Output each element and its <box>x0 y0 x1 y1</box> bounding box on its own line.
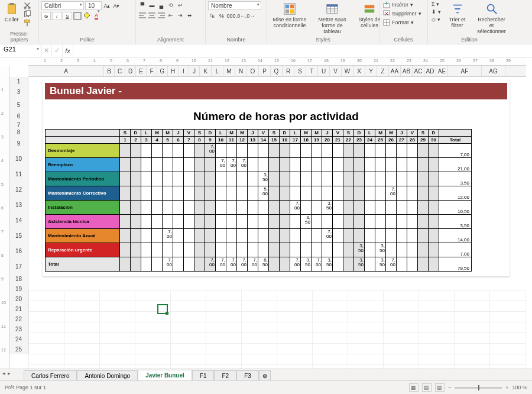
copy-icon[interactable] <box>23 10 31 18</box>
tab-nav-first-icon[interactable]: ◂ <box>2 370 5 376</box>
inc-decimal-icon[interactable]: .0← <box>236 12 245 20</box>
row-header[interactable]: 16 <box>9 243 28 259</box>
row-header[interactable]: 13 <box>9 197 28 212</box>
row-header[interactable]: 11 <box>9 166 28 182</box>
row-headers[interactable]: 135678910111213141516171819202122232425 <box>9 77 28 380</box>
col-header[interactable]: A <box>28 66 104 76</box>
currency-icon[interactable]: ₠ <box>208 12 216 20</box>
row-header[interactable]: 12 <box>9 182 28 197</box>
row-header[interactable]: 17 <box>9 259 28 274</box>
sheet-viewport[interactable]: Bunuel Javier - Número de horas por acti… <box>28 77 526 380</box>
row-header[interactable]: 18 <box>9 274 28 284</box>
col-header[interactable]: E <box>136 66 147 76</box>
col-header[interactable]: AA <box>389 66 401 76</box>
border-icon[interactable] <box>73 12 82 20</box>
row-header[interactable]: 15 <box>9 228 28 243</box>
align-middle-icon[interactable]: ▬ <box>148 1 156 9</box>
font-family-select[interactable]: Calibri <box>41 1 84 10</box>
align-left-icon[interactable] <box>138 11 147 20</box>
row-header[interactable]: 6 <box>9 111 28 121</box>
dec-decimal-icon[interactable]: .0→ <box>246 12 254 20</box>
sheet-tab[interactable]: Carlos Ferrero <box>24 370 77 381</box>
zoom-in-button[interactable]: + <box>505 385 508 390</box>
col-header[interactable]: O <box>247 66 259 76</box>
col-header[interactable]: AG <box>482 66 505 76</box>
col-header[interactable]: M <box>223 66 235 76</box>
tab-nav-prev-icon[interactable]: ▸ <box>8 370 11 376</box>
row-header[interactable]: 8 <box>9 128 28 135</box>
row-header[interactable]: 24 <box>9 334 28 344</box>
align-bottom-icon[interactable]: ▄ <box>157 1 166 9</box>
zoom-slider[interactable] <box>455 387 502 389</box>
col-header[interactable]: AF <box>448 66 482 76</box>
row-header[interactable]: 9 <box>9 135 28 151</box>
row-header[interactable]: 3 <box>9 85 28 98</box>
col-header[interactable]: R <box>283 66 294 76</box>
col-header[interactable]: Z <box>377 66 389 76</box>
col-header[interactable]: AC <box>413 66 424 76</box>
sort-filter-button[interactable]: Trier et filtrer <box>444 1 471 30</box>
col-header[interactable]: I <box>179 66 189 76</box>
col-header[interactable]: P <box>259 66 271 76</box>
name-box[interactable]: G21 <box>0 44 41 57</box>
find-select-button[interactable]: Rechercher et sélectionner <box>473 1 511 35</box>
bold-button[interactable]: G <box>41 12 51 20</box>
row-header[interactable]: 21 <box>9 304 28 314</box>
col-header[interactable]: Y <box>365 66 377 76</box>
wrap-text-icon[interactable]: ↩ <box>176 1 184 9</box>
paste-button[interactable]: Coller <box>2 1 21 24</box>
col-header[interactable]: G <box>157 66 168 76</box>
col-header[interactable]: X <box>353 66 365 76</box>
underline-button[interactable]: S <box>63 12 72 20</box>
font-size-select[interactable]: 10 <box>85 1 102 10</box>
sheet-tab[interactable]: F3 <box>236 370 259 381</box>
align-center-icon[interactable] <box>148 11 156 20</box>
view-normal-icon[interactable]: ▦ <box>409 383 419 392</box>
col-header[interactable]: T <box>306 66 318 76</box>
fill-color-icon[interactable] <box>83 12 91 20</box>
percent-icon[interactable]: % <box>218 12 226 20</box>
col-header[interactable]: S <box>294 66 306 76</box>
col-header[interactable]: W <box>342 66 353 76</box>
accept-formula-icon[interactable]: ✓ <box>52 44 63 57</box>
align-right-icon[interactable] <box>157 11 166 20</box>
col-header[interactable]: L <box>212 66 223 76</box>
format-painter-icon[interactable] <box>23 19 31 27</box>
view-pagebreak-icon[interactable]: ▧ <box>435 383 445 392</box>
col-header[interactable]: K <box>200 66 212 76</box>
format-button[interactable]: Format ▾ <box>382 19 423 26</box>
autosum-button[interactable]: Σ ▾ <box>430 1 442 7</box>
zoom-out-button[interactable]: − <box>448 385 451 390</box>
cancel-formula-icon[interactable]: ✕ <box>41 44 52 57</box>
align-top-icon[interactable]: ▀ <box>138 1 147 9</box>
sheet-tab[interactable]: Antonio Domingo <box>77 370 138 381</box>
delete-button[interactable]: Supprimer ▾ <box>382 10 423 17</box>
column-headers[interactable]: ABCDEFGHIJKLMNOPQRSTUVWXYZAAABACADAEAFAG <box>28 66 526 77</box>
row-header[interactable]: 23 <box>9 324 28 334</box>
view-layout-icon[interactable]: ▤ <box>422 383 432 392</box>
col-header[interactable]: B <box>104 66 115 76</box>
col-header[interactable]: Q <box>271 66 283 76</box>
orientation-icon[interactable]: ⟲ <box>167 1 175 9</box>
row-header[interactable]: 20 <box>9 294 28 304</box>
col-header[interactable]: F <box>147 66 157 76</box>
row-header[interactable]: 19 <box>9 284 28 294</box>
col-header[interactable]: J <box>189 66 200 76</box>
merge-icon[interactable]: ⬌ <box>186 11 194 20</box>
row-header[interactable]: 22 <box>9 314 28 324</box>
indent-inc-icon[interactable]: ⇥ <box>176 11 184 20</box>
row-header[interactable]: 1 <box>9 77 28 85</box>
row-header[interactable]: 10 <box>9 151 28 166</box>
sheet-tab[interactable]: F1 <box>192 370 215 381</box>
fx-icon[interactable]: fx <box>63 44 73 57</box>
row-header[interactable]: 5 <box>9 98 28 111</box>
insert-button[interactable]: Insérer ▾ <box>382 1 423 8</box>
formula-input[interactable] <box>73 44 532 57</box>
col-header[interactable]: AB <box>401 66 413 76</box>
thousands-icon[interactable]: 000 <box>227 12 235 20</box>
conditional-format-button[interactable]: Mise en forme conditionnelle <box>270 1 310 30</box>
col-header[interactable]: AE <box>436 66 448 76</box>
format-as-table-button[interactable]: Mettre sous forme de tableau <box>312 1 353 35</box>
italic-button[interactable]: I <box>52 12 61 20</box>
col-header[interactable]: N <box>235 66 247 76</box>
